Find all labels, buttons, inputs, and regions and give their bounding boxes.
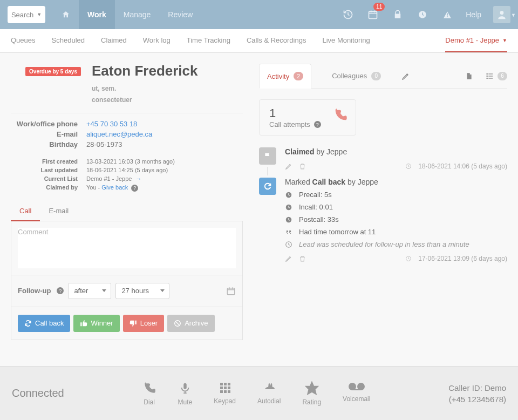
lead-name: Eaton Frederick [92,63,243,79]
loser-button[interactable]: Loser [123,315,165,332]
subnav-demo[interactable]: Demo #1 - Jeppe ▼ [445,29,507,52]
lead-panel: Overdue by 5 days Eaton Frederick ut, se… [11,64,243,366]
clock-icon[interactable] [416,8,429,21]
value-phone[interactable]: +45 70 30 53 18 [86,120,137,128]
mute-button[interactable]: Mute [178,381,193,406]
value-list: Demo #1 - Jeppe → [86,175,243,182]
tab-call[interactable]: Call [11,201,40,221]
list-count: 6 [497,72,507,80]
subnav-queues[interactable]: Queues [11,29,36,52]
edit-icon[interactable] [285,162,292,170]
dialer-bar: Connected Dial Mute Keypad Autodial Rati… [0,366,518,420]
svg-rect-30 [228,387,230,389]
subnav-claimed[interactable]: Claimed [101,29,127,52]
svg-rect-24 [183,383,187,389]
clock-icon [285,204,294,211]
star-icon [305,381,319,395]
value-created: 13-03-2021 16:03 (3 months ago) [86,158,243,165]
clock-icon [285,216,294,223]
comment-input[interactable] [18,228,236,268]
winner-button[interactable]: Winner [73,315,119,332]
clock-icon [405,255,412,262]
arrow-right-icon[interactable]: → [135,175,141,182]
nav-home[interactable] [53,0,79,29]
ban-icon [174,320,181,327]
tab-email[interactable]: E-mail [40,201,77,221]
svg-rect-29 [224,387,227,389]
calendar-icon[interactable] [226,286,236,296]
nav-review[interactable]: Review [159,0,201,29]
svg-rect-26 [224,383,227,385]
svg-rect-27 [228,383,230,385]
list-icon[interactable]: 6 [486,72,507,80]
help-icon[interactable]: ? [57,287,64,294]
clock-icon [285,191,294,199]
svg-rect-6 [227,288,235,295]
callback-button[interactable]: Call back [18,315,70,332]
trash-icon[interactable] [299,162,306,170]
home-icon [62,10,70,19]
subnav-live[interactable]: Live Monitoring [322,29,370,52]
primary-nav: Work Manage Review [53,0,201,29]
label-updated: Last updated [11,167,86,173]
tab-colleagues[interactable]: Colleagues 0 [324,64,388,88]
rabbit-icon [262,381,277,394]
caret-down-icon: ▼ [502,38,507,43]
svg-point-5 [500,11,504,15]
comment-area [11,221,243,275]
svg-rect-33 [228,390,230,393]
calendar-icon[interactable]: 11 [366,8,379,21]
value-claimed: You - Give back ? [86,184,243,192]
lead-info: Work/office phone +45 70 30 53 18 E-mail… [11,120,243,192]
value-email[interactable]: aliquet.nec@pede.ca [86,130,152,138]
followup-delay-select[interactable]: 27 hours [115,283,169,299]
help-link[interactable]: Help [466,10,481,19]
edit-icon[interactable] [401,72,410,80]
label-phone: Work/office phone [11,120,86,128]
svg-point-36 [358,383,364,390]
autodial-button[interactable]: Autodial [257,381,281,406]
lock-icon[interactable] [391,8,404,21]
timeline: Claimed by Jeppe 18-06-2021 14 [259,147,507,270]
help-icon[interactable]: ? [314,121,321,128]
voicemail-button[interactable]: Voicemail [343,381,370,406]
label-list: Current List [11,175,86,182]
keypad-button[interactable]: Keypad [214,381,236,406]
user-avatar[interactable]: ▼ [493,6,510,23]
document-icon[interactable] [465,72,473,80]
value-birthday: 28-05-1973 [86,140,243,148]
help-icon[interactable]: ? [131,185,138,192]
subnav-demo-label: Demo #1 - Jeppe [445,36,499,44]
svg-rect-32 [224,390,227,393]
event-time: 17-06-2021 13:09 (6 days ago) [418,255,507,262]
voicemail-icon [348,381,365,392]
quote-icon [285,228,294,236]
archive-button[interactable]: Archive [167,315,214,332]
refresh-icon [24,320,32,327]
rating-button[interactable]: Rating [302,381,321,406]
svg-rect-28 [220,387,223,389]
trash-icon[interactable] [299,255,306,262]
colleagues-count: 0 [371,72,381,80]
tab-activity[interactable]: Activity 2 [259,64,311,89]
keypad-icon [219,381,231,394]
edit-icon[interactable] [285,255,292,262]
event-title: Claimed by Jeppe [285,147,507,156]
svg-point-17 [487,78,487,78]
nav-manage[interactable]: Manage [115,0,160,29]
followup-mode-select[interactable]: after [68,283,111,299]
history-icon[interactable] [342,8,355,21]
give-back-link[interactable]: Give back [101,184,128,191]
subnav-calls[interactable]: Calls & Recordings [247,29,306,52]
subnav-worklog[interactable]: Work log [143,29,171,52]
lead-subtitle-1: ut, sem. [92,84,243,94]
subnav-timetracking[interactable]: Time Tracking [187,29,230,52]
followup-row: Follow-up ? after 27 hours [11,275,243,307]
thumbs-down-icon [130,320,137,327]
warning-icon[interactable] [441,8,454,21]
subnav-scheduled[interactable]: Scheduled [52,29,85,52]
dialer-actions: Dial Mute Keypad Autodial Rating Voicema… [142,381,371,406]
dial-button[interactable]: Dial [142,381,156,406]
nav-work[interactable]: Work [79,0,115,29]
search-dropdown[interactable]: Search ▼ [8,6,45,23]
